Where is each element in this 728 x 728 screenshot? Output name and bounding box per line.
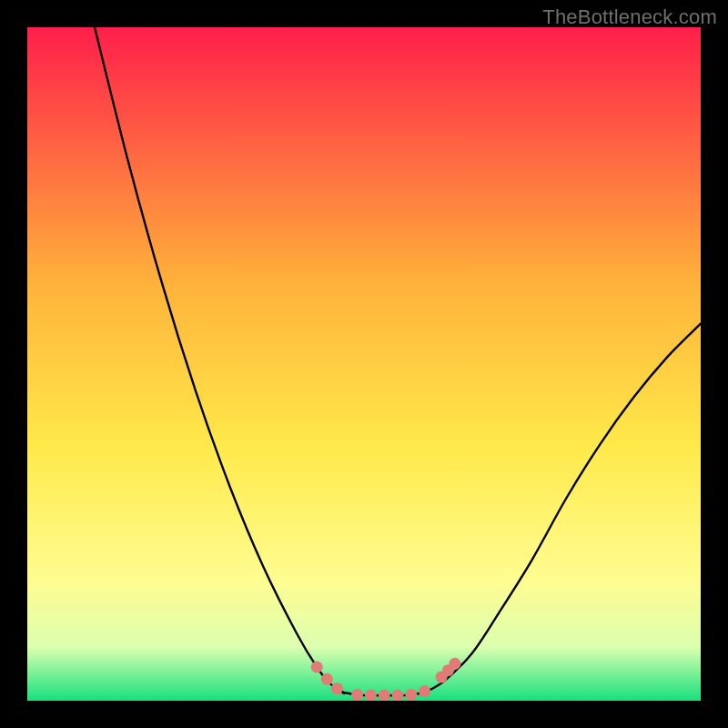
marker-dot <box>419 685 430 697</box>
marker-dot <box>392 690 404 701</box>
gradient-background <box>27 27 701 701</box>
marker-dot <box>449 658 460 670</box>
plot-area <box>27 27 701 701</box>
marker-dot <box>379 690 390 701</box>
watermark-text: TheBottleneck.com <box>542 5 717 29</box>
marker-dot <box>365 690 377 701</box>
marker-dot <box>351 689 363 701</box>
marker-dot <box>331 682 343 694</box>
marker-dot <box>311 662 323 673</box>
marker-dot <box>321 673 333 685</box>
chart-frame: TheBottleneck.com <box>0 0 728 728</box>
marker-dot <box>405 689 417 701</box>
bottleneck-chart <box>27 27 701 701</box>
